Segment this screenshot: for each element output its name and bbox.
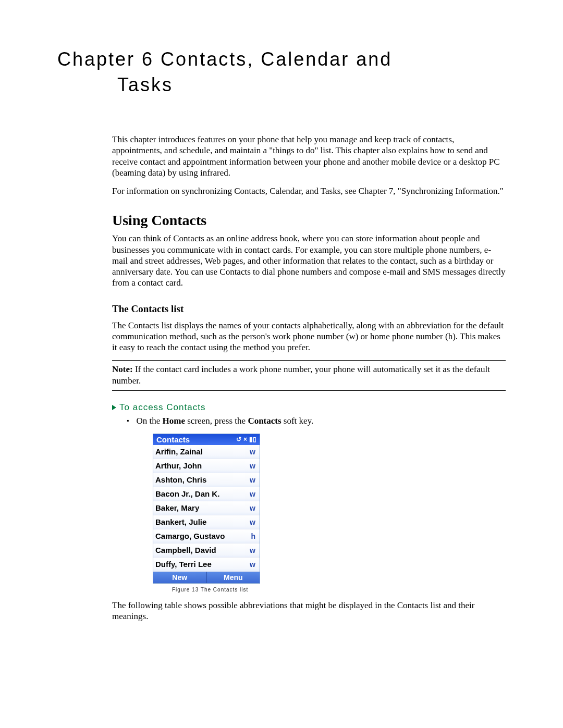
phone-status-icons: ↺ × ▮▯ <box>236 436 256 443</box>
contact-abbr: w <box>250 560 255 569</box>
step-bold-home: Home <box>163 416 185 426</box>
figure-caption: Figure 13 The Contacts list <box>172 587 506 593</box>
step-bold-contacts: Contacts <box>248 416 281 426</box>
contact-row[interactable]: Baker, Mary w <box>153 501 260 515</box>
procedure-heading: To access Contacts <box>112 402 506 413</box>
contact-name: Arthur, John <box>155 461 202 470</box>
signal-icon: ▮▯ <box>249 436 256 443</box>
contact-name: Arifin, Zainal <box>155 447 203 456</box>
phone-titlebar: Contacts ↺ × ▮▯ <box>153 434 260 445</box>
procedure-heading-text: To access Contacts <box>119 402 205 413</box>
step-text-post: soft key. <box>282 416 314 426</box>
chapter-title: Chapter 6 Contacts, Calendar and Tasks <box>57 47 511 97</box>
contact-row[interactable]: Campbell, David w <box>153 544 260 558</box>
using-contacts-body: You can think of Contacts as an online a… <box>112 233 506 288</box>
contact-abbr: w <box>250 490 255 498</box>
contact-abbr: w <box>250 546 255 554</box>
triangle-bullet-icon <box>112 405 116 410</box>
sync-icon: ↺ <box>236 436 241 443</box>
contact-name: Bankert, Julie <box>155 517 206 526</box>
chapter-title-line1: Chapter 6 Contacts, Calendar and <box>57 48 392 70</box>
note-label: Note: <box>112 364 133 374</box>
contact-abbr: w <box>250 476 255 484</box>
note-body: If the contact card includes a work phon… <box>112 364 490 385</box>
contacts-list-body: The Contacts list displays the names of … <box>112 320 506 353</box>
phone-screenshot: Contacts ↺ × ▮▯ Arifin, Zainal w Arthur,… <box>153 434 260 584</box>
phone-softkey-bar: New Menu <box>153 572 260 583</box>
intro-paragraph-2: For information on synchronizing Contact… <box>112 186 506 196</box>
phone-title-text: Contacts <box>156 435 190 444</box>
contact-row[interactable]: Camargo, Gustavo h <box>153 529 260 544</box>
section-heading-using-contacts: Using Contacts <box>112 212 506 229</box>
intro-paragraph-1: This chapter introduces features on your… <box>112 134 506 178</box>
procedure-steps: On the Home screen, press the Contacts s… <box>127 416 506 426</box>
contact-row[interactable]: Bankert, Julie w <box>153 515 260 529</box>
contact-name: Bacon Jr., Dan K. <box>155 489 219 498</box>
body-block: This chapter introduces features on your… <box>112 134 506 622</box>
after-figure-paragraph: The following table shows possible abbre… <box>112 600 506 622</box>
subsection-heading-contacts-list: The Contacts list <box>112 303 506 315</box>
procedure-step: On the Home screen, press the Contacts s… <box>127 416 506 426</box>
note-block: Note: If the contact card includes a wor… <box>112 360 506 391</box>
contact-row[interactable]: Bacon Jr., Dan K. w <box>153 487 260 501</box>
contact-row[interactable]: Arifin, Zainal w <box>153 445 260 459</box>
contact-abbr: w <box>250 504 255 512</box>
close-icon: × <box>243 436 247 443</box>
contact-row[interactable]: Duffy, Terri Lee w <box>153 558 260 572</box>
contact-abbr: h <box>251 532 255 540</box>
contact-name: Baker, Mary <box>155 503 199 512</box>
contact-abbr: w <box>250 518 255 526</box>
softkey-menu[interactable]: Menu <box>207 572 260 583</box>
contact-abbr: w <box>250 448 255 456</box>
contact-row[interactable]: Ashton, Chris w <box>153 473 260 487</box>
contact-name: Duffy, Terri Lee <box>155 560 212 569</box>
chapter-title-line2: Tasks <box>57 72 511 98</box>
contact-row[interactable]: Arthur, John w <box>153 459 260 473</box>
contact-name: Camargo, Gustavo <box>155 532 225 540</box>
softkey-new[interactable]: New <box>153 572 207 583</box>
contact-abbr: w <box>250 462 255 470</box>
page: Chapter 6 Contacts, Calendar and Tasks T… <box>0 0 563 681</box>
contact-name: Campbell, David <box>155 546 216 554</box>
step-text-mid: screen, press the <box>185 416 248 426</box>
step-text-pre: On the <box>137 416 163 426</box>
contact-name: Ashton, Chris <box>155 475 206 484</box>
